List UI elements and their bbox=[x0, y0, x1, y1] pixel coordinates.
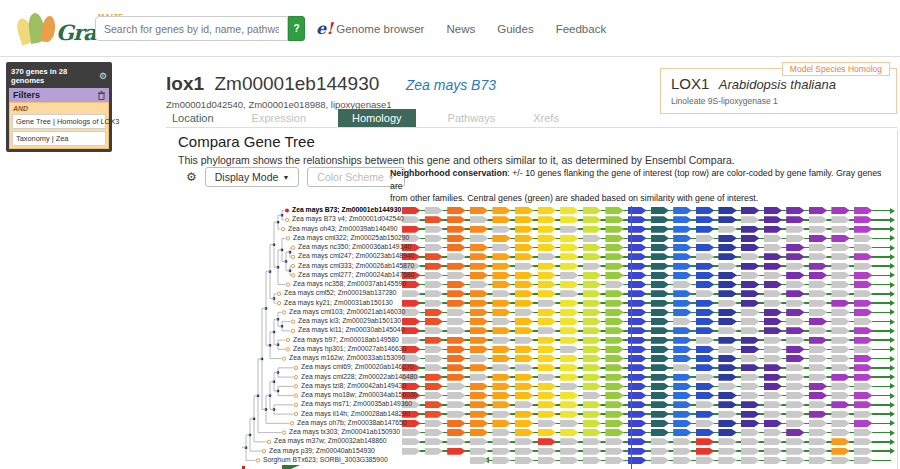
tree-leaf-label[interactable]: Zea mays oh43; Zm00039ab146490 bbox=[288, 225, 398, 232]
gene-glyph[interactable] bbox=[605, 290, 624, 297]
gene-glyph[interactable] bbox=[605, 253, 624, 260]
leaf-node[interactable] bbox=[277, 301, 280, 304]
gene-glyph[interactable] bbox=[470, 226, 489, 233]
gene-glyph[interactable] bbox=[809, 253, 828, 260]
gene-glyph[interactable] bbox=[583, 327, 602, 334]
gene-glyph[interactable] bbox=[741, 290, 760, 297]
gene-glyph[interactable] bbox=[538, 327, 557, 334]
leaf-node[interactable] bbox=[291, 274, 294, 277]
gene-glyph[interactable] bbox=[764, 253, 783, 260]
gene-glyph[interactable] bbox=[831, 457, 850, 464]
gene-glyph[interactable] bbox=[538, 207, 557, 214]
gene-glyph[interactable] bbox=[718, 337, 737, 344]
gene-glyph[interactable] bbox=[447, 244, 466, 251]
gene-glyph[interactable] bbox=[741, 374, 760, 381]
gene-glyph[interactable] bbox=[538, 355, 557, 362]
gene-glyph[interactable] bbox=[809, 309, 828, 316]
gene-glyph[interactable] bbox=[651, 429, 670, 436]
gene-glyph[interactable] bbox=[605, 244, 624, 251]
gene-glyph[interactable] bbox=[854, 420, 873, 427]
gene-glyph[interactable] bbox=[696, 290, 715, 297]
gene-glyph[interactable] bbox=[560, 327, 579, 334]
gene-glyph[interactable] bbox=[515, 401, 534, 408]
gene-glyph[interactable] bbox=[560, 401, 579, 408]
gene-glyph[interactable] bbox=[583, 337, 602, 344]
gene-glyph[interactable] bbox=[809, 263, 828, 270]
filter-item[interactable]: Taxonomy | Zea bbox=[12, 131, 106, 146]
gene-glyph[interactable] bbox=[718, 448, 737, 455]
gene-glyph[interactable] bbox=[718, 235, 737, 242]
tree-leaf-label[interactable]: Zea mays tx303; Zm00041ab150930 bbox=[289, 428, 400, 435]
leaf-node[interactable] bbox=[294, 403, 297, 406]
gene-glyph[interactable] bbox=[425, 411, 444, 418]
gene-glyph[interactable] bbox=[560, 411, 579, 418]
gene-glyph[interactable] bbox=[605, 448, 624, 455]
gene-glyph[interactable] bbox=[786, 364, 805, 371]
gene-glyph[interactable] bbox=[741, 309, 760, 316]
leaf-node[interactable] bbox=[290, 422, 293, 425]
gene-glyph[interactable] bbox=[560, 438, 579, 445]
gene-glyph[interactable] bbox=[673, 281, 692, 288]
gene-glyph[interactable] bbox=[809, 411, 828, 418]
gene-glyph[interactable] bbox=[447, 281, 466, 288]
gene-glyph[interactable] bbox=[447, 207, 466, 214]
nav-link-guides[interactable]: Guides bbox=[497, 23, 533, 35]
tree-leaf-label[interactable]: Zea mays B73; Zm00001eb144930 bbox=[292, 206, 401, 213]
gene-glyph[interactable] bbox=[651, 401, 670, 408]
gene-glyph[interactable] bbox=[515, 216, 534, 223]
gene-glyph[interactable] bbox=[651, 337, 670, 344]
gene-glyph[interactable] bbox=[831, 429, 850, 436]
gene-glyph[interactable] bbox=[651, 309, 670, 316]
gene-glyph[interactable] bbox=[651, 364, 670, 371]
gene-glyph[interactable] bbox=[831, 420, 850, 427]
gene-glyph[interactable] bbox=[696, 253, 715, 260]
gene-glyph[interactable] bbox=[515, 420, 534, 427]
gene-glyph[interactable] bbox=[560, 272, 579, 279]
gene-glyph[interactable] bbox=[605, 337, 624, 344]
gene-glyph[interactable] bbox=[651, 290, 670, 297]
tree-leaf-label[interactable]: Zea mays cml333; Zm00026ab145870 bbox=[298, 262, 414, 269]
gene-glyph[interactable] bbox=[854, 383, 873, 390]
gene-glyph[interactable] bbox=[854, 216, 873, 223]
gene-glyph[interactable] bbox=[809, 318, 828, 325]
gene-glyph[interactable] bbox=[470, 429, 489, 436]
gene-glyph[interactable] bbox=[605, 309, 624, 316]
gene-glyph[interactable] bbox=[560, 300, 579, 307]
search-help-button[interactable]: ? bbox=[288, 16, 305, 41]
gene-glyph[interactable] bbox=[425, 300, 444, 307]
gene-glyph[interactable] bbox=[831, 401, 850, 408]
gene-glyph[interactable] bbox=[741, 401, 760, 408]
gene-glyph[interactable] bbox=[470, 216, 489, 223]
gene-glyph[interactable] bbox=[402, 300, 421, 307]
gene-glyph[interactable] bbox=[741, 337, 760, 344]
gene-glyph[interactable] bbox=[447, 235, 466, 242]
gene-glyph[interactable] bbox=[673, 337, 692, 344]
gene-glyph[interactable] bbox=[696, 226, 715, 233]
gene-glyph[interactable] bbox=[651, 281, 670, 288]
gene-glyph[interactable] bbox=[583, 244, 602, 251]
leaf-node[interactable] bbox=[294, 375, 297, 378]
gene-glyph[interactable] bbox=[447, 300, 466, 307]
gene-glyph[interactable] bbox=[696, 244, 715, 251]
tree-leaf-label[interactable]: Zea mays cml52; Zm00019ab137280 bbox=[284, 289, 397, 296]
gene-glyph[interactable] bbox=[605, 263, 624, 270]
gene-glyph[interactable] bbox=[718, 457, 737, 464]
gene-glyph[interactable] bbox=[560, 392, 579, 399]
gene-glyph[interactable] bbox=[786, 457, 805, 464]
gene-glyph[interactable] bbox=[786, 337, 805, 344]
gene-glyph[interactable] bbox=[651, 207, 670, 214]
tree-leaf-label[interactable]: Zea mays cml277; Zm00024ab147580 bbox=[298, 271, 414, 278]
gene-glyph[interactable] bbox=[764, 272, 783, 279]
leaf-node[interactable] bbox=[281, 227, 284, 230]
gene-glyph[interactable] bbox=[764, 392, 783, 399]
gene-glyph[interactable] bbox=[854, 429, 873, 436]
gene-glyph[interactable] bbox=[560, 429, 579, 436]
gene-glyph[interactable] bbox=[831, 263, 850, 270]
tree-leaf-label[interactable]: Zea mays B73 v4; Zm00001d042540 bbox=[292, 215, 404, 222]
gene-glyph[interactable] bbox=[447, 346, 466, 353]
collapsed-subtree-wedge[interactable] bbox=[282, 465, 300, 469]
gene-of-interest-node[interactable] bbox=[285, 209, 289, 213]
gene-glyph[interactable] bbox=[764, 337, 783, 344]
tree-leaf-label[interactable]: Zea mays mo18w; Zm00034ab156030 bbox=[301, 391, 417, 398]
leaf-node[interactable] bbox=[262, 449, 265, 452]
